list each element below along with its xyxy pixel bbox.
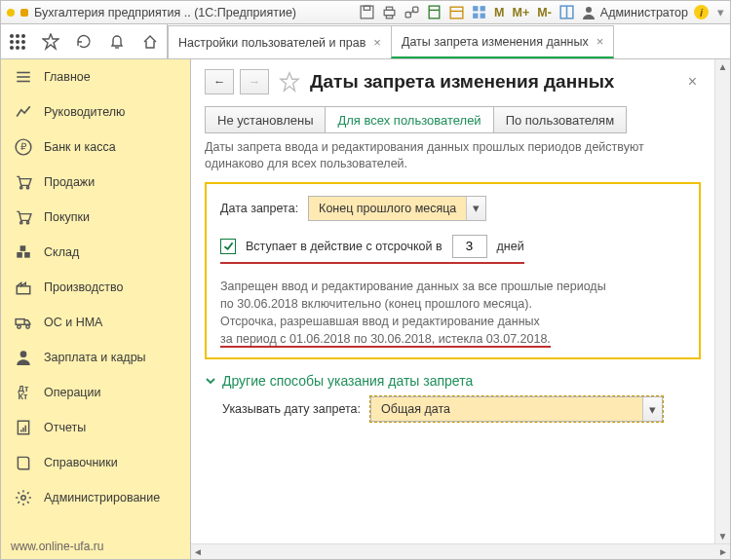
- favorite-icon[interactable]: [34, 24, 67, 59]
- combo-value: Конец прошлого месяца: [309, 197, 466, 220]
- basket-icon: [15, 208, 32, 226]
- svg-rect-5: [405, 13, 410, 18]
- svg-point-25: [16, 46, 19, 50]
- vertical-scrollbar[interactable]: ▲▼: [714, 59, 730, 543]
- main-toolbar: Настройки пользователей и прав × Даты за…: [1, 24, 730, 59]
- dtkt-icon: ДтКт: [15, 384, 32, 401]
- sidebar-item-admin[interactable]: Администрирование: [1, 480, 190, 515]
- sidebar: Главное Руководителю ₽Банк и касса Прода…: [1, 59, 191, 559]
- chevron-down-icon[interactable]: ▾: [642, 397, 662, 421]
- svg-rect-11: [473, 6, 478, 11]
- sidebar-item-operations[interactable]: ДтКтОперации: [1, 375, 190, 410]
- svg-point-21: [10, 40, 14, 44]
- seg-by-user[interactable]: По пользователям: [494, 106, 627, 133]
- seg-all-users[interactable]: Для всех пользователей: [326, 106, 493, 133]
- svg-rect-9: [450, 7, 463, 19]
- close-page-icon[interactable]: ×: [684, 73, 701, 91]
- m-minus-button[interactable]: M-: [537, 6, 552, 19]
- app-icon-2: [20, 9, 28, 17]
- sidebar-item-reports[interactable]: Отчеты: [1, 410, 190, 445]
- tab-edit-dates[interactable]: Даты запрета изменения данных ×: [391, 25, 614, 58]
- svg-rect-40: [20, 245, 26, 251]
- info-text: Запрещен ввод и редактирование данных за…: [220, 278, 685, 349]
- person-icon: [15, 349, 32, 366]
- disclosure-label: Другие способы указания даты запрета: [222, 373, 473, 389]
- svg-rect-2: [384, 10, 395, 15]
- info-dropdown-icon[interactable]: ▾: [717, 5, 724, 19]
- highlighted-settings-box: Дата запрета: Конец прошлого месяца ▾ Вс…: [205, 182, 701, 360]
- home-icon[interactable]: [134, 24, 167, 59]
- svg-point-43: [18, 325, 20, 328]
- svg-rect-13: [473, 14, 478, 19]
- svg-rect-7: [429, 6, 440, 19]
- panel-toggle-icon[interactable]: [558, 4, 575, 20]
- sidebar-item-salary[interactable]: Зарплата и кадры: [1, 340, 190, 375]
- svg-point-36: [20, 222, 22, 224]
- sidebar-item-assets[interactable]: ОС и НМА: [1, 305, 190, 340]
- toolbar-icon-calendar[interactable]: [448, 4, 465, 20]
- m-button[interactable]: M: [494, 6, 504, 19]
- close-icon[interactable]: ×: [596, 34, 604, 49]
- svg-rect-12: [481, 6, 485, 11]
- sidebar-item-manager[interactable]: Руководителю: [1, 94, 190, 130]
- tab-label: Даты запрета изменения данных: [402, 35, 589, 49]
- indicate-date-label: Указывать дату запрета:: [222, 402, 361, 416]
- svg-rect-39: [24, 252, 30, 258]
- svg-point-50: [21, 496, 26, 501]
- truck-icon: [15, 314, 32, 331]
- toolbar-icon-save[interactable]: [359, 4, 375, 20]
- delay-checkbox[interactable]: [220, 239, 236, 254]
- sidebar-item-stock[interactable]: Склад: [1, 235, 190, 270]
- prohibit-date-combo[interactable]: Конец прошлого месяца ▾: [308, 196, 486, 221]
- toolbar-icon-link[interactable]: [404, 4, 420, 20]
- disclosure-other-methods[interactable]: Другие способы указания даты запрета: [205, 373, 701, 389]
- star-icon[interactable]: [279, 71, 300, 93]
- page-title: Даты запрета изменения данных: [310, 71, 614, 93]
- svg-rect-14: [481, 14, 485, 19]
- list-icon: [15, 68, 32, 86]
- chevron-down-icon[interactable]: ▾: [466, 197, 485, 220]
- sidebar-item-purchases[interactable]: Покупки: [1, 200, 190, 235]
- sidebar-item-bank[interactable]: ₽Банк и касса: [1, 130, 190, 165]
- horizontal-scrollbar[interactable]: ◄►: [191, 543, 730, 559]
- tab-settings[interactable]: Настройки пользователей и прав ×: [168, 25, 392, 58]
- prohibit-date-label: Дата запрета:: [220, 202, 298, 215]
- tab-label: Настройки пользователей и прав: [178, 36, 366, 50]
- delay-days-input[interactable]: [452, 235, 487, 258]
- toolbar-icon-print[interactable]: [381, 4, 398, 20]
- chart-icon: [15, 103, 32, 121]
- m-plus-button[interactable]: M+: [513, 6, 530, 19]
- svg-point-24: [10, 46, 14, 50]
- history-icon[interactable]: [67, 24, 100, 59]
- boxes-icon: [15, 243, 32, 261]
- svg-rect-42: [16, 319, 24, 325]
- factory-icon: [15, 279, 32, 296]
- svg-point-20: [21, 34, 25, 38]
- footer-link[interactable]: www.online-ufa.ru: [1, 534, 190, 559]
- sidebar-item-main[interactable]: Главное: [1, 59, 190, 94]
- info-icon[interactable]: i: [694, 5, 709, 19]
- svg-point-26: [21, 46, 25, 50]
- window-title-bar: Бухгалтерия предприятия .. (1С:Предприят…: [1, 1, 730, 24]
- svg-marker-27: [43, 34, 58, 49]
- svg-point-35: [26, 187, 28, 189]
- apps-icon[interactable]: [1, 24, 34, 59]
- current-user-label: Администратор: [600, 6, 688, 19]
- days-label: дней: [497, 240, 524, 253]
- svg-rect-1: [364, 6, 369, 10]
- nav-forward-button[interactable]: →: [240, 69, 269, 94]
- sidebar-item-production[interactable]: Производство: [1, 270, 190, 305]
- toolbar-icon-calc[interactable]: [426, 4, 442, 20]
- toolbar-icon-grid[interactable]: [471, 4, 487, 20]
- nav-back-button[interactable]: ←: [205, 69, 234, 94]
- close-icon[interactable]: ×: [373, 35, 381, 50]
- indicate-date-combo[interactable]: Общая дата ▾: [370, 396, 663, 422]
- svg-point-45: [20, 351, 27, 357]
- current-user[interactable]: Администратор: [581, 5, 688, 20]
- gear-icon: [15, 489, 32, 506]
- notifications-icon[interactable]: [100, 24, 134, 59]
- svg-rect-41: [17, 286, 30, 294]
- sidebar-item-sales[interactable]: Продажи: [1, 165, 190, 200]
- seg-not-set[interactable]: Не установлены: [205, 106, 326, 133]
- sidebar-item-directories[interactable]: Справочники: [1, 445, 190, 480]
